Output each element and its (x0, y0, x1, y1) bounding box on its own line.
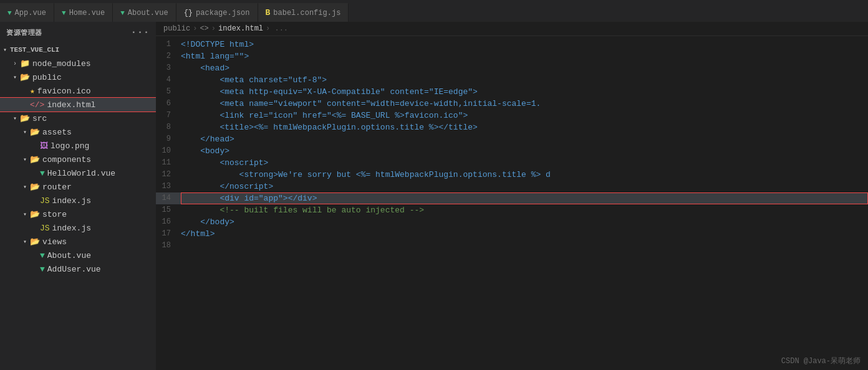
code-line-7: 7 <link rel="icon" href="<%= BASE_URL %>… (156, 110, 868, 121)
line-number: 9 (156, 133, 181, 145)
folder-label: public (32, 73, 62, 82)
sidebar-item-helloworld[interactable]: ▼ HelloWorld.vue (0, 166, 156, 180)
folder-label: assets (42, 128, 72, 137)
breadcrumb-angle: <> (200, 24, 208, 33)
file-label: AddUser.vue (47, 265, 101, 274)
folder-label: src (32, 114, 47, 123)
vue-icon: ▼ (120, 9, 125, 17)
tab-label: About.vue (128, 9, 168, 17)
line-content: <!DOCTYPE html> (181, 39, 868, 50)
line-content: </head> (181, 133, 868, 145)
folder-label: views (42, 237, 67, 247)
file-label: index.js (52, 196, 91, 206)
line-content: <div id="app"></div> (181, 192, 868, 204)
expand-icon: ▾ (20, 183, 30, 191)
code-line-4: 4 <meta charset="utf-8"> (156, 74, 868, 86)
vue-icon: ▼ (7, 9, 12, 17)
folder-open-icon: 📂 (30, 182, 40, 192)
sidebar-item-index-html[interactable]: </> index.html (0, 98, 156, 111)
line-number: 5 (156, 86, 181, 98)
sidebar-item-public[interactable]: ▾ 📂 public (0, 70, 156, 84)
folder-open-icon: 📂 (30, 154, 40, 164)
folder-open-icon: 📂 (30, 209, 40, 219)
line-number: 10 (156, 145, 181, 157)
expand-icon: › (10, 60, 20, 67)
sidebar-item-favicon[interactable]: ★ favicon.ico (0, 84, 156, 98)
line-number: 7 (156, 110, 181, 121)
tab-babel-config[interactable]: B babel.config.js (258, 3, 349, 22)
sidebar-header: 资源管理器 ··· (0, 22, 156, 43)
file-label: index.js (52, 224, 91, 233)
line-number: 18 (156, 240, 181, 252)
expand-icon: ▾ (20, 238, 30, 245)
expand-icon: ▾ (20, 156, 30, 163)
tree-root[interactable]: ▾ TEST_VUE_CLI (0, 43, 156, 57)
watermark: CSDN @Java-呆萌老师 (781, 356, 861, 366)
sidebar-item-src[interactable]: ▾ 📂 src (0, 111, 156, 125)
folder-open-icon: 📂 (20, 72, 30, 82)
sidebar-item-store-index[interactable]: JS index.js (0, 221, 156, 235)
sidebar-item-components[interactable]: ▾ 📂 components (0, 153, 156, 166)
sidebar-item-store[interactable]: ▾ 📂 store (0, 207, 156, 221)
code-line-9: 9 </head> (156, 133, 868, 145)
line-content: <body> (181, 145, 868, 157)
sidebar-more-button[interactable]: ··· (131, 27, 150, 38)
code-line-13: 13 </noscript> (156, 181, 868, 192)
line-number: 11 (156, 157, 181, 169)
line-number: 8 (156, 121, 181, 133)
code-line-10: 10 <body> (156, 145, 868, 157)
js-icon: JS (40, 224, 50, 233)
expand-icon: ▾ (10, 74, 20, 81)
folder-label: store (42, 210, 67, 219)
folder-open-icon: 📂 (30, 237, 40, 247)
tab-package-json[interactable]: {} package.json (176, 3, 258, 22)
code-area[interactable]: 1<!DOCTYPE html>2<html lang="">3 <head>4… (156, 36, 868, 370)
folder-open-icon: 📂 (20, 113, 30, 123)
line-content: <html lang=""> (181, 50, 868, 62)
line-number: 12 (156, 169, 181, 181)
breadcrumb-sep: › (193, 24, 197, 33)
line-content: <head> (181, 62, 868, 74)
sidebar-item-router-index[interactable]: JS index.js (0, 194, 156, 207)
folder-icon: 📁 (20, 59, 30, 69)
vue-icon: ▼ (62, 9, 66, 17)
babel-icon: B (266, 8, 271, 17)
breadcrumb-ellipsis: › ... (266, 24, 288, 33)
editor: public › <> › index.html › ... 1<!DOCTYP… (156, 22, 868, 370)
collapse-icon: ▾ (0, 46, 10, 54)
code-line-18: 18 (156, 240, 868, 252)
sidebar-item-logo[interactable]: 🖼 logo.png (0, 139, 156, 153)
sidebar: 资源管理器 ··· ▾ TEST_VUE_CLI › 📁 node_module… (0, 22, 156, 370)
html-icon: </> (30, 100, 44, 110)
tab-app-vue[interactable]: ▼ App.vue (0, 3, 54, 22)
line-content: <meta charset="utf-8"> (181, 74, 868, 86)
tab-home-vue[interactable]: ▼ Home.vue (54, 3, 113, 22)
js-icon: JS (40, 196, 50, 206)
line-number: 16 (156, 216, 181, 228)
json-icon: {} (184, 9, 193, 17)
sidebar-item-views[interactable]: ▾ 📂 views (0, 235, 156, 249)
code-line-11: 11 <noscript> (156, 157, 868, 169)
ico-icon: ★ (30, 86, 35, 96)
line-content: <title><%= htmlWebpackPlugin.options.tit… (181, 121, 868, 133)
sidebar-item-assets[interactable]: ▾ 📂 assets (0, 125, 156, 139)
line-number: 2 (156, 50, 181, 62)
file-label: index.html (47, 100, 95, 110)
code-line-5: 5 <meta http-equiv="X-UA-Compatible" con… (156, 86, 868, 98)
code-line-15: 15 <!-- built files will be auto injecte… (156, 204, 868, 216)
root-label: TEST_VUE_CLI (10, 46, 59, 54)
sidebar-item-about-vue[interactable]: ▼ About.vue (0, 249, 156, 262)
line-content: </noscript> (181, 181, 868, 192)
folder-label: components (42, 155, 91, 164)
code-line-6: 6 <meta name="viewport" content="width=d… (156, 98, 868, 110)
breadcrumb-sep2: › (211, 24, 216, 33)
tab-about-vue[interactable]: ▼ About.vue (113, 3, 176, 22)
sidebar-item-adduser-vue[interactable]: ▼ AddUser.vue (0, 262, 156, 276)
expand-icon: ▾ (20, 211, 30, 218)
sidebar-item-router[interactable]: ▾ 📂 router (0, 180, 156, 194)
sidebar-item-node-modules[interactable]: › 📁 node_modules (0, 57, 156, 70)
line-content: </body> (181, 216, 868, 228)
vue-icon: ▼ (40, 265, 45, 274)
editor-wrapper: public › <> › index.html › ... 1<!DOCTYP… (156, 22, 868, 370)
tab-label: Home.vue (69, 9, 105, 17)
